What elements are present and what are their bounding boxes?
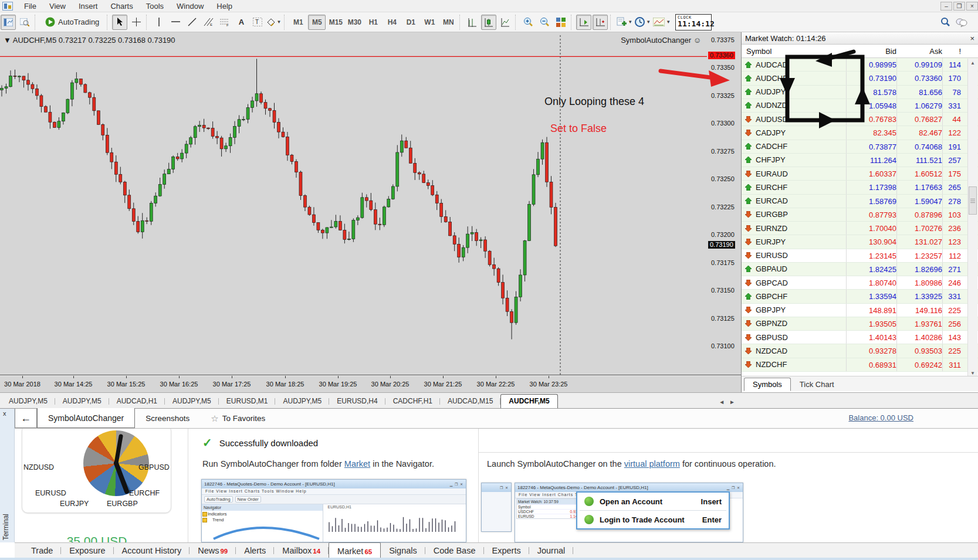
new-order-icon[interactable]: ▼ bbox=[615, 15, 633, 30]
equidistant-channel-tool-icon[interactable]: E bbox=[201, 15, 216, 30]
market-watch-row-euraud[interactable]: EURAUD1.603371.60512175 bbox=[742, 167, 978, 181]
column-ask[interactable]: Ask bbox=[896, 47, 942, 56]
terminal-tab-experts[interactable]: Experts bbox=[484, 544, 529, 557]
timeframe-d1[interactable]: D1 bbox=[402, 15, 419, 30]
market-watch-row-nzdcad[interactable]: NZDCAD0.932780.93503225 bbox=[742, 344, 978, 358]
market-watch-row-eurchf[interactable]: EURCHF1.173981.17663265 bbox=[742, 181, 978, 194]
chart-tab-eurusd-m1[interactable]: EURUSD,M1 bbox=[219, 395, 276, 408]
tile-windows-icon[interactable] bbox=[553, 15, 568, 30]
auto-scroll-icon[interactable] bbox=[576, 15, 591, 30]
chart-tab-eurusd-h4[interactable]: EURUSD,H4 bbox=[329, 395, 385, 408]
text-tool-icon[interactable]: A bbox=[233, 15, 249, 30]
timeframe-w1[interactable]: W1 bbox=[421, 15, 438, 30]
column-symbol[interactable]: Symbol bbox=[742, 47, 846, 56]
market-watch-row-eurusd[interactable]: EURUSD1.231451.23257112 bbox=[742, 249, 978, 263]
terminal-tab-account-history[interactable]: Account History bbox=[114, 544, 190, 557]
timeframe-m5[interactable]: M5 bbox=[308, 15, 326, 30]
timeframe-m15[interactable]: M15 bbox=[327, 15, 344, 30]
chart-tab-audjpy-m5[interactable]: AUDJPY,M5 bbox=[165, 395, 219, 408]
zoom-out-icon[interactable] bbox=[537, 15, 552, 30]
menu-tools[interactable]: Tools bbox=[140, 1, 170, 12]
chart-tab-audjpy-m5[interactable]: AUDJPY,M5 bbox=[55, 395, 109, 408]
market-watch-header[interactable]: Symbol Bid Ask ! bbox=[742, 45, 978, 58]
menu-charts[interactable]: Charts bbox=[104, 1, 139, 12]
market-watch-row-gbpnzd[interactable]: GBPNZD1.935051.93761256 bbox=[742, 317, 978, 331]
horizontal-line-tool-icon[interactable] bbox=[168, 15, 183, 30]
scrollbar-thumb[interactable] bbox=[969, 186, 977, 215]
terminal-tab-market[interactable]: Market65 bbox=[329, 542, 381, 558]
menu-view[interactable]: View bbox=[43, 1, 72, 12]
market-watch-row-gbpusd[interactable]: GBPUSD1.401431.40286143 bbox=[742, 331, 978, 344]
market-watch-row-audnzd[interactable]: AUDNZD1.059481.06279331 bbox=[742, 99, 978, 113]
menu-insert[interactable]: Insert bbox=[72, 1, 104, 12]
chart-tab-audjpy-m5[interactable]: AUDJPY,M5 bbox=[1, 395, 55, 408]
timeframe-mn[interactable]: MN bbox=[439, 15, 457, 30]
market-folder-link[interactable]: Market bbox=[344, 459, 370, 469]
tab-screenshots[interactable]: Screenshots bbox=[135, 409, 200, 428]
market-watch-row-eurcad[interactable]: EURCAD1.587691.59047278 bbox=[742, 195, 978, 208]
chart-tab-audjpy-m5[interactable]: AUDJPY,M5 bbox=[275, 395, 329, 408]
fibonacci-tool-icon[interactable]: F bbox=[217, 15, 232, 30]
price-chart[interactable]: ▼ AUDCHF,M5 0.73217 0.73225 0.73168 0.73… bbox=[0, 32, 707, 375]
chart-tab-audcad-h1[interactable]: AUDCAD,H1 bbox=[109, 395, 165, 408]
market-watch-row-nzdchf[interactable]: NZDCHF0.689310.69242311 bbox=[742, 358, 978, 372]
menu-item-login-trade-account[interactable]: Login to Trade Account Enter bbox=[577, 511, 729, 528]
cursor-tool-icon[interactable] bbox=[112, 15, 127, 30]
menu-file[interactable]: File bbox=[18, 1, 43, 12]
virtual-platform-link[interactable]: virtual platform bbox=[624, 459, 680, 469]
terminal-close-icon[interactable]: x bbox=[3, 410, 6, 417]
menu-window[interactable]: Window bbox=[170, 1, 210, 12]
market-watch-row-audjpy[interactable]: AUDJPY81.57881.65678 bbox=[742, 86, 978, 99]
product-card[interactable]: NZDUSD GBPUSD EURUSD EURCHF EURJPY EURGB… bbox=[22, 429, 171, 513]
terminal-tab-exposure[interactable]: Exposure bbox=[61, 544, 113, 557]
vertical-line-tool-icon[interactable] bbox=[151, 15, 167, 30]
scroll-up-icon[interactable]: ▲ bbox=[968, 59, 977, 68]
timeframe-m30[interactable]: M30 bbox=[346, 15, 363, 30]
mw-tab-symbols[interactable]: Symbols bbox=[744, 378, 791, 391]
text-label-tool-icon[interactable]: T bbox=[250, 15, 265, 30]
tab-to-favorites[interactable]: ☆To Favorites bbox=[200, 409, 276, 428]
candlestick-mode-icon[interactable] bbox=[481, 15, 496, 30]
back-button[interactable]: ← bbox=[15, 409, 37, 428]
market-watch-row-eurjpy[interactable]: EURJPY130.904131.027123 bbox=[742, 235, 978, 249]
market-watch-row-audcad[interactable]: AUDCAD0.989950.99109114 bbox=[742, 58, 978, 72]
market-watch-row-eurgbp[interactable]: EURGBP0.877930.87896103 bbox=[742, 208, 978, 222]
balance-link[interactable]: Balance: 0.00 USD bbox=[848, 413, 913, 422]
market-watch-row-eurnzd[interactable]: EURNZD1.700401.70276236 bbox=[742, 222, 978, 235]
market-watch-row-gbpcad[interactable]: GBPCAD1.807401.80986246 bbox=[742, 276, 978, 290]
timeframe-h1[interactable]: H1 bbox=[364, 15, 382, 30]
chart-tab-cadchf-h1[interactable]: CADCHF,H1 bbox=[385, 395, 440, 408]
restore-button[interactable]: ❐ bbox=[953, 2, 965, 11]
bar-chart-mode-icon[interactable] bbox=[465, 15, 480, 30]
market-watch-row-gbpaud[interactable]: GBPAUD1.824251.82696271 bbox=[742, 263, 978, 276]
zoom-in-icon[interactable] bbox=[520, 15, 536, 30]
mw-tab-tick-chart[interactable]: Tick Chart bbox=[791, 378, 843, 391]
crosshair-tool-icon[interactable] bbox=[128, 15, 144, 30]
terminal-tab-code-base[interactable]: Code Base bbox=[425, 544, 484, 557]
indicators-icon[interactable]: ▼ bbox=[652, 15, 671, 30]
chat-icon[interactable] bbox=[954, 15, 969, 30]
line-chart-mode-icon[interactable] bbox=[498, 15, 513, 30]
chart-tab-audchf-m5[interactable]: AUDCHF,M5 bbox=[500, 394, 557, 408]
search-icon[interactable] bbox=[938, 15, 953, 30]
arrows-tool-icon[interactable]: ▼ bbox=[266, 15, 282, 30]
terminal-tab-news[interactable]: News99 bbox=[189, 544, 236, 557]
market-watch-close-icon[interactable]: × bbox=[970, 34, 974, 43]
terminal-tab-trade[interactable]: Trade bbox=[23, 544, 61, 557]
column-spread[interactable]: ! bbox=[942, 47, 965, 56]
chart-tab-audcad-m15[interactable]: AUDCAD,M15 bbox=[440, 395, 500, 408]
period-clock-icon[interactable]: ▼ bbox=[634, 15, 651, 30]
market-watch-row-audusd[interactable]: AUDUSD0.767830.7682744 bbox=[742, 113, 978, 126]
market-watch-row-cadjpy[interactable]: CADJPY82.34582.467122 bbox=[742, 126, 978, 140]
autotrading-button[interactable]: AutoTrading bbox=[40, 15, 104, 30]
tabs-scroll-right-icon[interactable]: ► bbox=[729, 399, 735, 405]
chart-window-icon[interactable] bbox=[1, 15, 16, 30]
tab-symbolautochanger[interactable]: SymbolAutoChanger bbox=[37, 408, 135, 428]
timeframe-m1[interactable]: M1 bbox=[289, 15, 307, 30]
market-watch-row-gbpjpy[interactable]: GBPJPY148.891149.116225 bbox=[742, 304, 978, 317]
trendline-tool-icon[interactable] bbox=[184, 15, 199, 30]
terminal-tab-alerts[interactable]: Alerts bbox=[236, 544, 274, 557]
menu-item-open-account[interactable]: Open an Account Insert bbox=[577, 493, 729, 510]
market-watch-row-gbpchf[interactable]: GBPCHF1.335941.33925331 bbox=[742, 290, 978, 303]
column-bid[interactable]: Bid bbox=[846, 47, 896, 56]
